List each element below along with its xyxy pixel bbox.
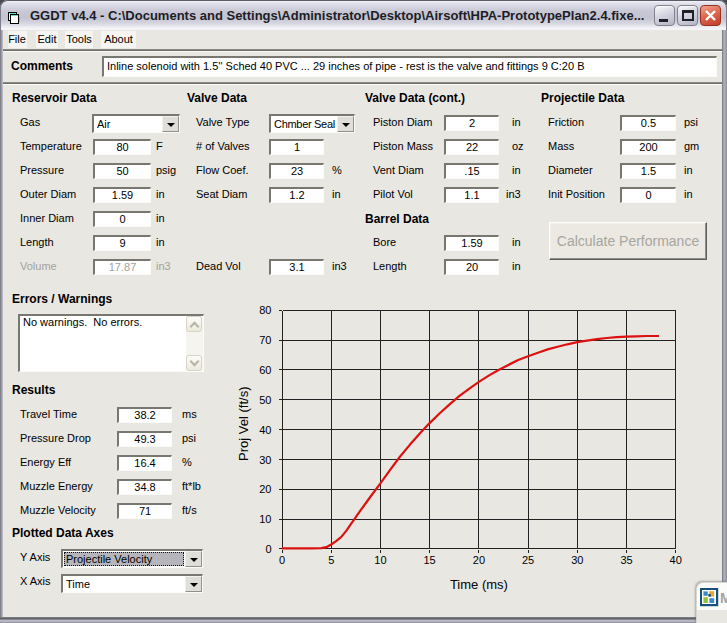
svg-text:15: 15 [423, 554, 435, 566]
svg-text:50: 50 [259, 394, 271, 406]
svg-text:20: 20 [473, 554, 485, 566]
svg-text:10: 10 [259, 513, 271, 525]
svg-text:25: 25 [522, 554, 534, 566]
svg-text:80: 80 [259, 304, 271, 316]
svg-text:70: 70 [259, 334, 271, 346]
svg-text:60: 60 [259, 364, 271, 376]
svg-text:30: 30 [571, 554, 583, 566]
svg-text:40: 40 [670, 554, 682, 566]
svg-text:Proj Vel (ft/s): Proj Vel (ft/s) [236, 386, 251, 460]
svg-text:10: 10 [374, 554, 386, 566]
svg-text:30: 30 [259, 454, 271, 466]
svg-text:35: 35 [620, 554, 632, 566]
svg-text:Time (ms): Time (ms) [450, 577, 508, 592]
svg-text:20: 20 [259, 483, 271, 495]
svg-text:0: 0 [279, 554, 285, 566]
svg-text:40: 40 [259, 424, 271, 436]
svg-text:5: 5 [328, 554, 334, 566]
svg-text:0: 0 [265, 543, 271, 555]
